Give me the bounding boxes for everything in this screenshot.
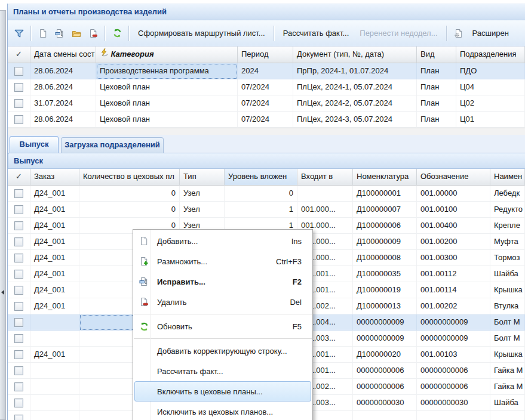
row-checkbox[interactable]: [14, 67, 23, 76]
splitter-collapse-bar[interactable]: [0, 10, 6, 420]
delete-button[interactable]: [85, 25, 102, 42]
column-header-name[interactable]: Наимен: [490, 169, 525, 186]
cell-order: Д24_001: [30, 298, 79, 314]
row-checkbox[interactable]: [14, 350, 23, 359]
column-header-parent[interactable]: Входит в: [297, 169, 353, 186]
menu-include-in-shop-plans[interactable]: Включить в цеховые планы...: [134, 381, 311, 402]
gear-document-icon: [454, 29, 463, 38]
row-checkbox[interactable]: [14, 237, 23, 246]
cell-order: [30, 379, 79, 395]
cell-period: 07/2024: [238, 95, 293, 112]
column-header[interactable]: ✓: [8, 47, 30, 63]
table-row[interactable]: Д24_0010Узел0Д100000001001.00000Лебедк: [8, 186, 525, 202]
column-header-division[interactable]: Подразделения: [456, 47, 525, 63]
column-header-level[interactable]: Уровень вложен: [225, 169, 297, 186]
generate-route-sheet-button[interactable]: Сформировать маршрутный лист...: [133, 29, 271, 38]
row-checkbox[interactable]: [14, 415, 23, 420]
advanced-button[interactable]: Расширен: [467, 29, 514, 38]
open-button[interactable]: [68, 25, 85, 42]
cell-document: ПлЦех, 2024-2, 05.07.2024: [293, 95, 417, 112]
row-checkbox[interactable]: [14, 366, 23, 375]
filter-button[interactable]: [11, 25, 27, 42]
cell-period: 07/2024: [238, 112, 293, 128]
menu-add[interactable]: Добавить...Ins: [134, 231, 311, 251]
row-checkbox[interactable]: [14, 99, 23, 108]
refresh-icon: [112, 28, 122, 38]
checkbox-cell: [8, 331, 30, 347]
cell-designation: 001.00114: [417, 282, 490, 298]
menu-refresh[interactable]: ОбновитьF5: [134, 316, 311, 336]
edit-button[interactable]: [51, 25, 68, 42]
checkbox-cell: [8, 395, 30, 411]
menu-duplicate[interactable]: Размножить...Ctrl+F3: [134, 251, 311, 271]
toolbar-separator: [446, 26, 447, 41]
cell-document: ПрПр, 2024-1, 01.07.2024: [293, 63, 417, 79]
column-header[interactable]: ✓: [8, 169, 30, 186]
row-checkbox[interactable]: [14, 318, 23, 327]
column-header-period[interactable]: Период: [238, 47, 293, 63]
row-checkbox[interactable]: [14, 221, 23, 230]
menu-item-shortcut: Del: [290, 298, 311, 307]
table-row[interactable]: 28.06.2024Цеховой план07/2024ПлЦех, 2024…: [8, 79, 525, 95]
tab-zagruzka-podrazdelenij[interactable]: Загрузка подразделений: [61, 137, 164, 153]
table-row[interactable]: 28.06.2024Производственная программа2024…: [8, 63, 525, 79]
cell-date: 31.07.2024: [30, 95, 96, 112]
column-header-nomenclature[interactable]: Номенклатура: [353, 169, 417, 186]
toolbar-separator: [30, 26, 32, 41]
cell-designation: 001.00202: [417, 298, 490, 314]
cell-period: 2024: [238, 63, 293, 79]
row-checkbox[interactable]: [14, 205, 23, 214]
new-button[interactable]: [35, 25, 51, 42]
column-header-designation[interactable]: Обозначение: [417, 169, 490, 186]
open-folder-icon: [72, 29, 81, 38]
plans-grid-hscrollbar[interactable]: [8, 128, 525, 135]
cell-kind: План: [417, 95, 456, 112]
column-header-date[interactable]: Дата смены сост: [30, 47, 96, 63]
table-row[interactable]: Д24_0010Узел1001.000...Д100000007001.001…: [8, 202, 525, 218]
cell-parent: [297, 186, 353, 202]
table-row[interactable]: 31.07.2024Цеховой план07/2024ПлЦех, 2024…: [8, 95, 525, 112]
cell-order: Д24_001: [30, 186, 79, 202]
delete-document-icon: [135, 297, 153, 307]
row-checkbox[interactable]: [14, 399, 23, 407]
cell-nomenclature: Д100000020: [353, 347, 417, 363]
menu-exclude-from-shop-plans[interactable]: Исключить из цеховых планов...: [134, 402, 311, 420]
row-checkbox[interactable]: [14, 189, 23, 198]
row-checkbox[interactable]: [14, 270, 23, 279]
column-header-order[interactable]: Заказ: [30, 169, 79, 186]
row-checkbox[interactable]: [14, 302, 23, 311]
column-header-document[interactable]: Документ (тип, №, дата): [293, 47, 417, 63]
row-checkbox[interactable]: [14, 115, 23, 124]
menu-item-label: Добавить...: [153, 237, 291, 246]
row-checkbox[interactable]: [14, 254, 23, 262]
delete-document-icon: [88, 29, 98, 38]
row-checkbox[interactable]: [14, 286, 23, 295]
cell-name: Гайка М: [490, 363, 525, 379]
menu-edit[interactable]: Исправить...F2: [134, 271, 311, 292]
calculate-fact-button[interactable]: Рассчитать факт...: [278, 29, 355, 38]
table-row[interactable]: 28.06.2024Цеховой план07/2024ПлЦех, 2024…: [8, 112, 525, 128]
column-header-kind[interactable]: Вид: [417, 47, 456, 63]
row-checkbox[interactable]: [14, 382, 23, 391]
menu-delete[interactable]: УдалитьDel: [134, 292, 311, 312]
menu-add-correction-row[interactable]: Добавить корректирующую строку...: [134, 341, 311, 361]
advanced-icon-button[interactable]: [450, 25, 467, 42]
column-header-category[interactable]: Категория: [96, 47, 238, 63]
cell-order: Д24_001: [30, 250, 79, 266]
refresh-button[interactable]: [109, 25, 125, 42]
column-header-qty[interactable]: Количество в цеховых пл: [79, 169, 180, 186]
menu-item-label: Удалить: [153, 298, 290, 307]
edit-document-icon: [135, 277, 153, 286]
lightning-icon: [100, 48, 109, 57]
cell-order: Д24_001: [30, 282, 79, 298]
cell-name: Втулка: [490, 298, 525, 314]
cell-order: Д24_001: [30, 266, 79, 282]
row-checkbox[interactable]: [14, 334, 23, 343]
cell-nomenclature: Д100000019: [353, 282, 417, 298]
menu-calculate-fact[interactable]: Рассчитать факт...: [134, 361, 311, 381]
cell-name: Муфта: [490, 234, 525, 250]
tab-vypusk[interactable]: Выпуск: [10, 136, 59, 153]
row-checkbox[interactable]: [14, 83, 23, 92]
cell-kind: План: [417, 63, 456, 79]
column-header-type[interactable]: Тип: [180, 169, 225, 186]
